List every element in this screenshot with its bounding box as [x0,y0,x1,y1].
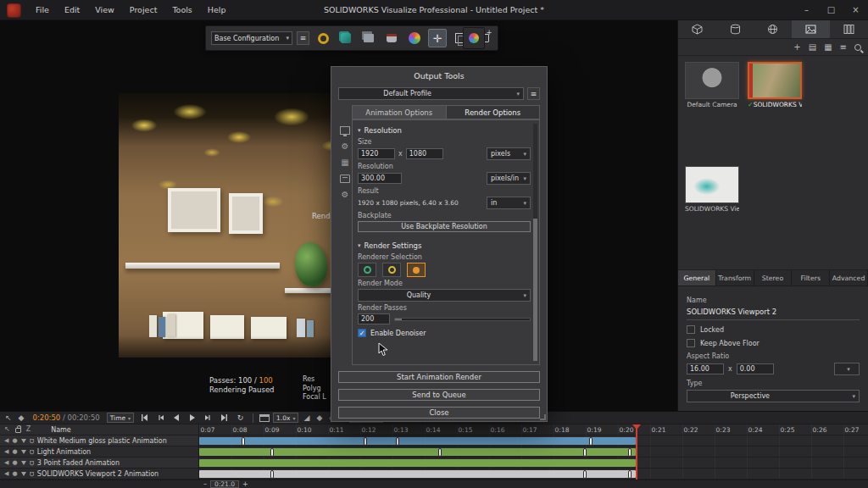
camera-name-field[interactable]: SOLIDWORKS Viewport 2 [687,306,860,320]
speaker-icon[interactable]: ◀ [4,469,8,478]
keyframe-marker[interactable] [242,437,245,446]
dialog-scrollbar[interactable] [533,124,537,361]
output-settings-icon[interactable]: ⚙ [342,142,349,151]
magnet-icon[interactable]: Ω [30,448,34,455]
dialog-resize-grip[interactable] [540,414,546,420]
zoom-out-button[interactable]: – [203,480,207,488]
start-animation-render-button[interactable]: Start Animation Render [338,371,540,383]
output-image-icon[interactable] [340,126,350,135]
filter-icon[interactable] [21,439,26,443]
animation-bar[interactable] [199,437,636,445]
keyframe-marker[interactable] [583,470,587,479]
tab-advanced[interactable]: Advanced [830,270,868,286]
output-advanced-icon[interactable]: ⚙ [342,191,349,199]
skip-to-end-button[interactable] [218,413,231,423]
use-backplate-resolution-button[interactable]: Use Backplate Resolution [358,221,531,232]
add-keyframe-icon[interactable]: ◆ [314,413,324,423]
configuration-menu-button[interactable]: ≡ [297,31,309,45]
aspect-preset-dropdown[interactable]: ▾ [834,363,860,375]
track-bar-row[interactable] [199,458,868,469]
timeline-track-row[interactable]: ◀●ΩLight Animation [0,446,198,458]
render-settings-section-header[interactable]: ▾ Render Settings [358,241,531,250]
scrollbar-thumb[interactable] [533,219,537,361]
close-button[interactable]: × [843,0,868,20]
render-passes-slider[interactable] [394,318,531,321]
aspect-width-input[interactable]: 16.00 [687,363,724,374]
size-height-input[interactable]: 1080 [406,148,443,159]
loop-button[interactable]: ↻ [234,413,247,423]
filter-icon[interactable] [21,461,26,465]
close-dialog-button[interactable]: Close [338,407,540,419]
timeline-track-row[interactable]: ◀●ΩSOLIDWORKS Viewport 2 Animation [0,469,198,480]
keyframe-marker[interactable] [364,437,367,446]
renderer-preview-button[interactable] [358,263,376,277]
tab-appearances[interactable] [716,20,754,38]
play-reverse-button[interactable] [170,413,182,423]
keyframe-marker[interactable] [628,470,632,479]
render-animation-icon[interactable] [259,414,270,422]
speaker-icon[interactable]: ◀ [4,458,8,467]
filter-icon[interactable] [21,450,26,454]
tab-models[interactable] [678,20,716,38]
frame-back-button[interactable] [153,413,166,423]
keyframe-marker[interactable] [589,437,593,446]
playhead[interactable] [636,424,637,480]
grid-view-icon[interactable]: ▦ [824,43,832,52]
dot-icon[interactable]: ● [12,458,17,467]
magnet-icon[interactable]: Ω [30,437,34,444]
speaker-icon[interactable]: ◀ [4,447,8,456]
profile-dropdown[interactable]: Default Profile ▾ [338,87,524,100]
environment-tool-button[interactable] [405,29,424,47]
timeline-track-row[interactable]: ◀●ΩWhite Medium gloss plastic Animation [0,435,198,446]
menu-view[interactable]: View [87,0,122,20]
menu-project[interactable]: Project [122,0,165,20]
playback-speed-dropdown[interactable]: 1.0x ▾ [273,413,298,423]
thumbnail-image[interactable] [685,62,739,99]
timeline-cursor-icon[interactable]: ↖ [3,413,14,423]
lock-icon[interactable] [15,428,21,433]
material-tool-button[interactable] [337,29,355,47]
resolution-input[interactable]: 300.00 [358,173,402,184]
tab-transform[interactable]: Transform [716,270,754,286]
tab-scenes[interactable] [830,20,868,38]
timeline-ruler[interactable]: 0:070:080:090:100:110:120:130:140:150:16… [199,424,868,435]
renderer-fast-button[interactable] [382,263,401,277]
aspect-height-input[interactable]: 0.00 [737,363,774,374]
appearance-tool-button[interactable] [314,29,332,47]
keyframe-marker[interactable] [438,448,442,457]
dot-icon[interactable]: ● [12,447,17,456]
layers-tool-button[interactable] [359,29,378,47]
dot-icon[interactable]: ● [12,436,17,445]
tab-stereo[interactable]: Stereo [754,270,793,286]
thumbnail-image[interactable] [685,166,739,203]
speaker-icon[interactable]: ◀ [4,436,8,445]
locked-checkbox[interactable]: ✓ [687,325,695,334]
send-to-queue-button[interactable]: Send to Queue [338,389,540,401]
maximize-button[interactable]: □ [819,0,843,20]
dot-icon[interactable]: ● [12,469,17,478]
size-unit-dropdown[interactable]: pixels ▾ [487,147,531,160]
size-width-input[interactable]: 1920 [358,148,395,159]
animation-bar[interactable] [199,448,636,456]
track-bar-row[interactable] [199,446,868,458]
menu-help[interactable]: Help [200,0,234,20]
keyframe-marker[interactable] [396,437,399,446]
timeline-options-icon[interactable]: ◆ [17,413,26,423]
magnet-icon[interactable]: Ω [30,459,34,466]
move-tool-button[interactable]: ✛ [428,29,447,47]
tab-cameras[interactable] [792,20,830,38]
minimize-button[interactable]: – [794,0,819,20]
tab-render-options[interactable]: Render Options [446,105,541,119]
app-logo-icon[interactable] [7,3,21,18]
timeline-duration-value[interactable]: 0:21.0 [210,480,239,488]
render-mode-dropdown[interactable]: Quality ▾ [358,289,531,302]
keep-above-floor-checkbox[interactable]: ✓ [687,339,695,347]
keyframe-marker[interactable] [628,448,632,457]
configuration-dropdown[interactable]: Base Configuration ▾ [211,31,292,45]
animation-bar[interactable] [199,470,636,478]
playhead-marker-icon[interactable] [632,424,641,430]
keyframe-marker[interactable] [270,470,274,479]
output-print-icon[interactable] [340,175,350,183]
resolution-section-header[interactable]: ▾ Resolution [358,126,531,135]
filter-icon[interactable] [21,472,26,476]
